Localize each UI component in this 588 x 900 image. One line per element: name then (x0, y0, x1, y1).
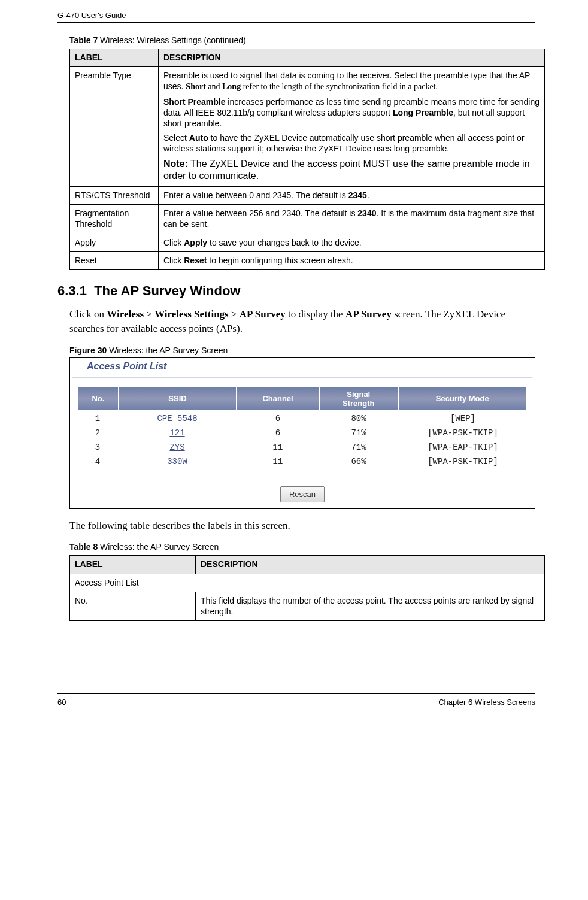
figure30-caption-prefix: Figure 30 (69, 346, 107, 355)
row3-b: Apply (184, 238, 207, 247)
figure30-caption: Figure 30 Wireless: the AP Survey Screen (69, 346, 535, 355)
table7: LABEL DESCRIPTION Preamble Type Preamble… (69, 49, 545, 270)
row1-b: 2345 (348, 190, 367, 200)
table7-header-label: LABEL (70, 49, 159, 67)
table8-caption-text: Wireless: the AP Survey Screen (98, 542, 219, 551)
row4-c: to begin configuring this screen afresh. (207, 256, 353, 265)
table8-row1-desc: This field displays the number of the ac… (196, 592, 545, 620)
ap-header-no[interactable]: No. (78, 387, 119, 411)
ap-list-row: 4 330W 11 66% [WPA-PSK-TKIP] (77, 454, 528, 469)
ap-signal: 66% (319, 454, 398, 469)
table-row: Preamble Type Preamble is used to signal… (70, 67, 545, 187)
ap-ssid-link[interactable]: 330W (167, 457, 187, 466)
table7-header-desc: DESCRIPTION (159, 49, 545, 67)
section-number: 6.3.1 (57, 283, 87, 298)
footer-page-number: 60 (57, 698, 66, 707)
row4-label: Reset (70, 251, 159, 269)
section-heading: 6.3.1 The AP Survey Window (57, 283, 535, 299)
table7-caption-prefix: Table 7 (69, 35, 98, 45)
row0-noteA: Note: (163, 159, 188, 169)
row0-t3c: to have the ZyXEL Device automatically u… (163, 133, 525, 153)
row1-label: RTS/CTS Threshold (70, 187, 159, 205)
footer-rule (57, 693, 535, 694)
sp-e: > (229, 308, 240, 320)
row1-desc: Enter a value between 0 and 2345. The de… (159, 187, 545, 205)
row0-t3b: Auto (189, 133, 208, 143)
ap-list-data: 1 CPE 5548 6 80% [WEP] 2 121 6 71% [WPA-… (77, 411, 528, 469)
ap-mode: [WPA-PSK-TKIP] (398, 426, 528, 440)
row0-t2c: Long Preamble (393, 108, 453, 117)
row3-a: Click (163, 238, 184, 247)
sp-h: AP Survey (345, 308, 392, 320)
row2-a: Enter a value between 256 and 2340. The … (163, 208, 357, 218)
row2-label: Fragmentation Threshold (70, 205, 159, 234)
table8-caption: Table 8 Wireless: the AP Survey Screen (69, 542, 535, 551)
section-title: The AP Survey Window (94, 283, 240, 298)
ap-signal: 71% (319, 440, 398, 454)
table8-caption-prefix: Table 8 (69, 542, 98, 551)
ap-signal: 80% (319, 411, 398, 426)
ap-list-row: 3 ZYS 11 71% [WPA-EAP-TKIP] (77, 440, 528, 454)
ap-ssid-link[interactable]: 121 (169, 428, 184, 438)
row0-t1b: Short (186, 82, 205, 91)
table8: LABEL DESCRIPTION Access Point List No. … (69, 555, 545, 621)
row0-t3a: Select (163, 133, 189, 143)
row0-noteB: The ZyXEL Device and the access point MU… (163, 159, 530, 181)
table7-caption-text: Wireless: Wireless Settings (continued) (98, 35, 245, 45)
ap-list-separator (135, 481, 470, 481)
sp-f: AP Survey (240, 308, 286, 320)
header-rule (57, 22, 535, 23)
row3-desc: Click Apply to save your changes back to… (159, 234, 545, 251)
table8-row1-label: No. (70, 592, 196, 620)
table7-caption: Table 7 Wireless: Wireless Settings (con… (69, 35, 535, 45)
ap-channel: 6 (237, 411, 319, 426)
row4-b: Reset (184, 256, 207, 265)
ap-header-ssid[interactable]: SSID (119, 387, 237, 411)
table-row: RTS/CTS Threshold Enter a value between … (70, 187, 545, 205)
ap-header-signal-l1: Signal (320, 390, 398, 399)
table-row: No. This field displays the number of th… (70, 592, 545, 620)
ap-mode: [WEP] (398, 411, 528, 426)
ap-header-mode[interactable]: Security Mode (398, 387, 527, 411)
ap-list-row: 2 121 6 71% [WPA-PSK-TKIP] (77, 426, 528, 440)
row2-desc: Enter a value between 256 and 2340. The … (159, 205, 545, 234)
ap-channel: 11 (237, 454, 319, 469)
table8-header-desc: DESCRIPTION (196, 556, 545, 574)
ap-no: 1 (77, 411, 118, 426)
table8-header-label: LABEL (70, 556, 196, 574)
ap-list-row: 1 CPE 5548 6 80% [WEP] (77, 411, 528, 426)
ap-mode: [WPA-PSK-TKIP] (398, 454, 528, 469)
running-header: G-470 User's Guide (57, 11, 535, 20)
ap-header-signal[interactable]: Signal Strength (319, 387, 398, 411)
figure30-box: Access Point List No. SSID Channel Signa… (69, 357, 535, 509)
ap-ssid-link[interactable]: ZYS (169, 443, 184, 452)
ap-list-title: Access Point List (84, 359, 174, 374)
ap-mode: [WPA-EAP-TKIP] (398, 440, 528, 454)
ap-no: 2 (77, 426, 118, 440)
row3-c: to save your changes back to the device. (207, 238, 362, 247)
sp-c: > (144, 308, 154, 320)
ap-list-header-row: No. SSID Channel Signal Strength Securit… (77, 386, 528, 411)
ap-no: 4 (77, 454, 118, 469)
ap-list-table-wrap: No. SSID Channel Signal Strength Securit… (77, 386, 528, 502)
ap-no: 3 (77, 440, 118, 454)
ap-ssid-link[interactable]: CPE 5548 (157, 414, 197, 423)
row0-desc: Preamble is used to signal that data is … (159, 67, 545, 187)
row0-t1d: Long (222, 82, 241, 91)
row0-t1e: refer to the length of the synchronizati… (241, 82, 438, 91)
row2-b: 2340 (357, 208, 376, 218)
footer-chapter: Chapter 6 Wireless Screens (438, 698, 535, 707)
sp-d: Wireless Settings (154, 308, 229, 320)
page-footer: 60 Chapter 6 Wireless Screens (57, 693, 535, 707)
table-row: Apply Click Apply to save your changes b… (70, 234, 545, 251)
ap-header-channel[interactable]: Channel (237, 387, 319, 411)
ap-channel: 6 (237, 426, 319, 440)
row1-c: . (367, 190, 369, 200)
figure30-caption-text: Wireless: the AP Survey Screen (107, 346, 228, 355)
table-row: Reset Click Reset to begin configuring t… (70, 251, 545, 269)
table-row: Access Point List (70, 574, 545, 592)
rescan-button[interactable]: Rescan (280, 486, 325, 502)
section-body: Click on Wireless > Wireless Settings > … (69, 307, 535, 336)
row0-t1c: and (206, 82, 222, 91)
sp-g: to display the (286, 308, 345, 320)
